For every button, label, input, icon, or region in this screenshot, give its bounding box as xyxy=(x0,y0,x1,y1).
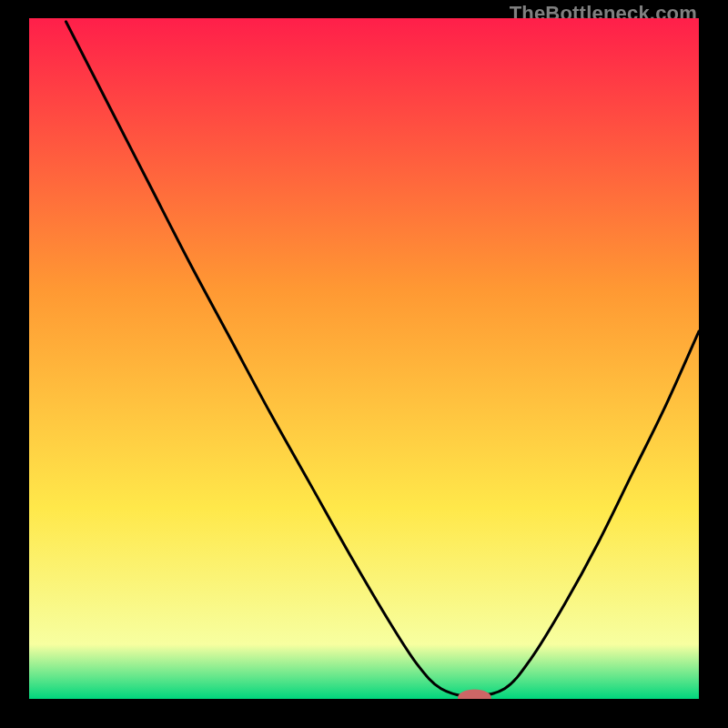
gradient-background xyxy=(29,18,699,699)
chart-svg xyxy=(29,18,699,699)
plot-area xyxy=(29,18,699,699)
chart-frame: TheBottleneck.com xyxy=(0,0,728,728)
